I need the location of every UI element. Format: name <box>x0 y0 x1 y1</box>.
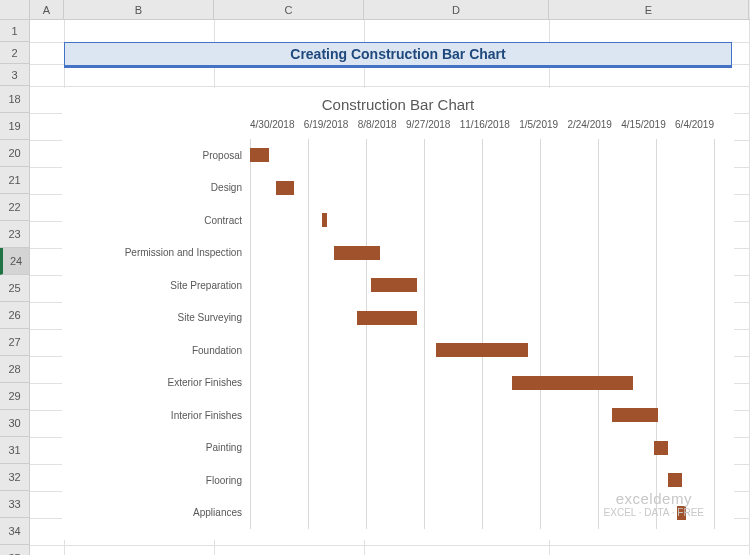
axis-tick-label: 6/4/2019 <box>675 119 714 135</box>
row-header-26[interactable]: 26 <box>0 302 29 329</box>
task-label: Painting <box>72 442 250 453</box>
task-label: Appliances <box>72 507 250 518</box>
row-header-29[interactable]: 29 <box>0 383 29 410</box>
row-header-3[interactable]: 3 <box>0 64 29 86</box>
task-row: Site Surveying <box>72 302 714 334</box>
bar-track <box>250 139 714 171</box>
embedded-chart[interactable]: Construction Bar Chart 4/30/20186/19/201… <box>62 88 734 540</box>
row-header-column: 123181920212223242526272829303132333435 <box>0 20 30 555</box>
row-header-25[interactable]: 25 <box>0 275 29 302</box>
row-header-33[interactable]: 33 <box>0 491 29 518</box>
task-row: Painting <box>72 432 714 464</box>
row-header-19[interactable]: 19 <box>0 113 29 140</box>
gantt-bar[interactable] <box>334 246 380 260</box>
column-header-B[interactable]: B <box>64 0 214 19</box>
axis-tick-label: 4/30/2018 <box>250 119 295 135</box>
row-header-1[interactable]: 1 <box>0 20 29 42</box>
watermark: exceldemy EXCEL · DATA · FREE <box>604 491 704 519</box>
column-header-row: ABCDE <box>0 0 750 20</box>
task-row: Foundation <box>72 334 714 366</box>
row-header-21[interactable]: 21 <box>0 167 29 194</box>
axis-tick-label: 6/19/2018 <box>304 119 349 135</box>
task-label: Contract <box>72 215 250 226</box>
axis-tick-label: 2/24/2019 <box>567 119 612 135</box>
column-header-C[interactable]: C <box>214 0 364 19</box>
task-row: Design <box>72 171 714 203</box>
gantt-bar[interactable] <box>654 441 668 455</box>
row-header-27[interactable]: 27 <box>0 329 29 356</box>
x-axis-labels: 4/30/20186/19/20188/8/20189/27/201811/16… <box>250 119 714 135</box>
gantt-bar[interactable] <box>357 311 417 325</box>
gantt-bar[interactable] <box>668 473 682 487</box>
task-row: Permission and Inspection <box>72 237 714 269</box>
axis-tick-label: 9/27/2018 <box>406 119 451 135</box>
watermark-main: exceldemy <box>604 491 704 508</box>
row-header-22[interactable]: 22 <box>0 194 29 221</box>
corner-cell[interactable] <box>0 0 30 19</box>
task-label: Foundation <box>72 345 250 356</box>
gantt-bar[interactable] <box>371 278 417 292</box>
bar-track <box>250 334 714 366</box>
gantt-bar[interactable] <box>322 213 328 227</box>
column-header-D[interactable]: D <box>364 0 549 19</box>
row-header-23[interactable]: 23 <box>0 221 29 248</box>
bar-track <box>250 302 714 334</box>
row-header-24[interactable]: 24 <box>0 248 29 275</box>
bar-track <box>250 367 714 399</box>
bar-track <box>250 171 714 203</box>
task-label: Flooring <box>72 475 250 486</box>
row-header-32[interactable]: 32 <box>0 464 29 491</box>
row-header-30[interactable]: 30 <box>0 410 29 437</box>
task-label: Site Surveying <box>72 312 250 323</box>
row-header-31[interactable]: 31 <box>0 437 29 464</box>
row-header-2[interactable]: 2 <box>0 42 29 64</box>
task-row: Site Preparation <box>72 269 714 301</box>
bar-track <box>250 432 714 464</box>
bar-track <box>250 204 714 236</box>
task-row: Exterior Finishes <box>72 367 714 399</box>
page-header-text: Creating Construction Bar Chart <box>290 46 505 62</box>
axis-tick-label: 4/15/2019 <box>621 119 666 135</box>
row-header-34[interactable]: 34 <box>0 518 29 545</box>
bar-track <box>250 269 714 301</box>
task-label: Permission and Inspection <box>72 247 250 258</box>
gantt-bar[interactable] <box>436 343 529 357</box>
plot-area[interactable]: 4/30/20186/19/20188/8/20189/27/201811/16… <box>72 119 724 539</box>
chart-title[interactable]: Construction Bar Chart <box>62 88 734 119</box>
task-row: Proposal <box>72 139 714 171</box>
row-header-20[interactable]: 20 <box>0 140 29 167</box>
bar-track <box>250 399 714 431</box>
gantt-bar[interactable] <box>250 148 269 162</box>
gantt-bar[interactable] <box>512 376 633 390</box>
axis-tick-label: 1/5/2019 <box>519 119 558 135</box>
task-label: Exterior Finishes <box>72 377 250 388</box>
row-header-35[interactable]: 35 <box>0 545 29 555</box>
task-label: Interior Finishes <box>72 410 250 421</box>
task-label: Design <box>72 182 250 193</box>
bar-track <box>250 237 714 269</box>
axis-tick-label: 8/8/2018 <box>358 119 397 135</box>
task-row: Interior Finishes <box>72 399 714 431</box>
task-row: Contract <box>72 204 714 236</box>
column-header-A[interactable]: A <box>30 0 64 19</box>
bars-container: ProposalDesignContractPermission and Ins… <box>72 139 714 529</box>
gantt-bar[interactable] <box>276 181 295 195</box>
row-header-18[interactable]: 18 <box>0 86 29 113</box>
row-header-28[interactable]: 28 <box>0 356 29 383</box>
task-label: Proposal <box>72 150 250 161</box>
gantt-bar[interactable] <box>612 408 658 422</box>
axis-tick-label: 11/16/2018 <box>460 119 510 135</box>
watermark-sub: EXCEL · DATA · FREE <box>604 507 704 518</box>
merged-title-cell[interactable]: Creating Construction Bar Chart <box>64 42 732 68</box>
worksheet[interactable]: Creating Construction Bar Chart Construc… <box>30 20 750 555</box>
task-label: Site Preparation <box>72 280 250 291</box>
column-header-E[interactable]: E <box>549 0 749 19</box>
